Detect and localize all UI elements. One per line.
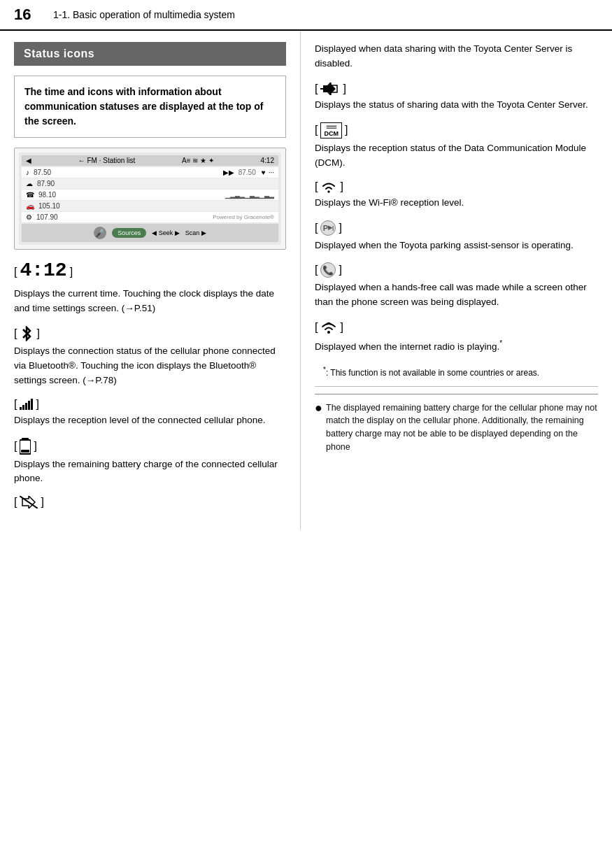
mockup-row-3: ☎ 98.10 ▁▂▃▂▁▃▂▁▃▂ <box>22 190 278 200</box>
mockup-freq-1: 87.50 <box>34 169 223 176</box>
mockup-note-icon: ♪ <box>26 169 29 176</box>
mockup-freq-4: 105.10 <box>38 202 274 210</box>
dcm-icon-entry: [ ≡≡≡ DCM ] Displays the reception statu… <box>315 122 598 171</box>
mockup-freq-playing: 87.50 <box>239 169 256 176</box>
phone-icon-desc: Displayed when a hands-free call was mad… <box>315 280 598 310</box>
radio-icon-line: [ ] <box>315 320 598 335</box>
dcm-label: DCM <box>324 130 339 137</box>
radio-star: * <box>499 339 502 347</box>
bracket-open-time: [ <box>14 266 17 278</box>
dcm-icon-desc: Displays the reception status of the Dat… <box>315 141 598 171</box>
parking-icon-line: [ P▶| ] <box>315 220 598 236</box>
parking-icon: P▶| <box>320 220 336 236</box>
time-value: 4:12 <box>20 259 66 281</box>
mockup-seek-left: ◀ Seek ▶ <box>152 229 180 236</box>
mockup-row-4: 🚗 105.10 <box>22 201 278 211</box>
sharing-icon-entry: [ ] Displays the status of sharing data … <box>315 83 598 113</box>
wifi-icon-entry: [ ] Displays the Wi-Fi® reception level. <box>315 180 598 211</box>
radio-icon-entry: [ ] Displayed when the internet radio is… <box>315 320 598 354</box>
bracket-open-wifi: [ <box>315 180 318 193</box>
bracket-close-signal: ] <box>36 398 38 411</box>
time-icon-entry: [ 4:12 ] Displays the current time. Touc… <box>14 259 286 316</box>
bracket-close-bt: ] <box>36 327 39 340</box>
note-text: The displayed remaining battery charge f… <box>326 401 598 454</box>
svg-rect-2 <box>21 450 29 453</box>
right-column: Displayed when data sharing with the Toy… <box>301 31 612 529</box>
svg-point-9 <box>327 331 330 334</box>
note-bullet: ● <box>315 401 322 414</box>
time-icon-desc: Displays the current time. Touching the … <box>14 287 286 316</box>
mockup-station-label: ← FM · Station list <box>78 157 136 164</box>
section-title: Status icons <box>14 42 286 66</box>
parking-icon-desc: Displayed when the Toyota parking assist… <box>315 239 598 253</box>
time-icon-line: [ 4:12 ] <box>14 259 286 284</box>
sharing-icon <box>320 83 340 95</box>
mockup-nav-icon: ◀ <box>26 157 31 164</box>
bracket-close-dcm: ] <box>345 124 348 136</box>
bracket-open-dcm: [ <box>315 124 318 136</box>
content-area: Status icons The time and icons with inf… <box>0 31 612 529</box>
page-title: 1-1. Basic operation of multimedia syste… <box>53 9 235 20</box>
no-share-icon <box>20 496 38 508</box>
note-item-battery: ● The displayed remaining battery charge… <box>315 401 598 454</box>
bracket-close-radio: ] <box>340 321 343 334</box>
bracket-open-signal: [ <box>14 398 17 411</box>
battery-icon-line: [ ] <box>14 438 286 455</box>
bracket-close-noshare: ] <box>41 496 43 508</box>
mockup-freq-3: 98.10 <box>38 191 225 199</box>
phone-icon: 📞 <box>320 262 336 278</box>
bracket-close-parking: ] <box>339 222 341 234</box>
bluetooth-icon-desc: Displays the connection status of the ce… <box>14 344 286 388</box>
screen-mockup: ◀ ← FM · Station list A≡ ≋ ★ ✦ 4:12 ♪ 87… <box>14 148 286 250</box>
mockup-inner: ◀ ← FM · Station list A≡ ≋ ★ ✦ 4:12 ♪ 87… <box>19 152 281 245</box>
mockup-mic-icon: 🎤 <box>94 227 106 239</box>
left-column: Status icons The time and icons with inf… <box>0 31 301 529</box>
mockup-icon-2: ☁ <box>26 180 33 187</box>
dcm-icon-line: [ ≡≡≡ DCM ] <box>315 122 598 138</box>
bluetooth-icon-line: [ ] <box>14 326 286 341</box>
no-share-desc: Displayed when data sharing with the Toy… <box>315 42 598 71</box>
mockup-bottom: 🎤 Sources ◀ Seek ▶ Scan ▶ <box>22 224 278 242</box>
bracket-open-battery: [ <box>14 440 17 453</box>
bracket-open-radio: [ <box>315 321 318 334</box>
sharing-icon-line: [ ] <box>315 83 598 95</box>
bracket-close-battery: ] <box>34 440 36 453</box>
signal-icon-desc: Displays the reception level of the conn… <box>14 413 286 428</box>
no-share-icon-entry: [ ] <box>14 496 286 508</box>
bluetooth-icon <box>20 326 34 341</box>
bracket-open-sharing: [ <box>315 83 318 95</box>
mockup-time: 4:12 <box>261 157 274 164</box>
phone-icon-entry: [ 📞 ] Displayed when a hands-free call w… <box>315 262 598 310</box>
dcm-icon: ≡≡≡ DCM <box>320 122 342 138</box>
mockup-freq-2: 87.90 <box>37 180 274 187</box>
phone-icon-line: [ 📞 ] <box>315 262 598 278</box>
mockup-icon-5: ⚙ <box>26 213 32 221</box>
wifi-icon-desc: Displays the Wi-Fi® reception level. <box>315 196 598 211</box>
battery-icon-entry: [ ] Displays the remaining battery charg… <box>14 438 286 487</box>
signal-bars-icon <box>20 399 33 410</box>
sharing-icon-desc: Displays the status of sharing data with… <box>315 98 598 113</box>
mockup-row-2: ☁ 87.90 <box>22 178 278 189</box>
footnote-text: : This function is not available in some… <box>326 368 539 378</box>
bracket-open-bt: [ <box>14 327 17 340</box>
note-section: ● The displayed remaining battery charge… <box>315 394 598 454</box>
wifi-icon-line: [ ] <box>315 180 598 193</box>
mockup-sources-btn: Sources <box>112 228 146 238</box>
bracket-close-wifi: ] <box>340 180 343 193</box>
page-header: 16 1-1. Basic operation of multimedia sy… <box>0 0 612 31</box>
mockup-icons: A≡ ≋ ★ ✦ <box>182 157 214 164</box>
page-number: 16 <box>14 6 42 24</box>
mockup-row-5: ⚙ 107.90 Powered by Gracenote® <box>22 212 278 222</box>
signal-icon-entry: [ ] Displays the reception level of the … <box>14 398 286 428</box>
mockup-freq-5: 107.90 <box>36 213 213 221</box>
no-share-icon-line: [ ] <box>14 496 286 508</box>
internet-radio-icon <box>320 320 337 335</box>
svg-point-8 <box>328 190 330 192</box>
signal-icon-line: [ ] <box>14 398 286 411</box>
radio-icon-desc: Displayed when the internet radio is pla… <box>315 338 598 354</box>
mockup-heart: ♥ <box>262 169 266 176</box>
divider <box>315 386 598 387</box>
mockup-powered: Powered by Gracenote® <box>213 214 274 220</box>
info-box: The time and icons with information abou… <box>14 76 286 138</box>
mockup-dots: ··· <box>269 169 274 176</box>
